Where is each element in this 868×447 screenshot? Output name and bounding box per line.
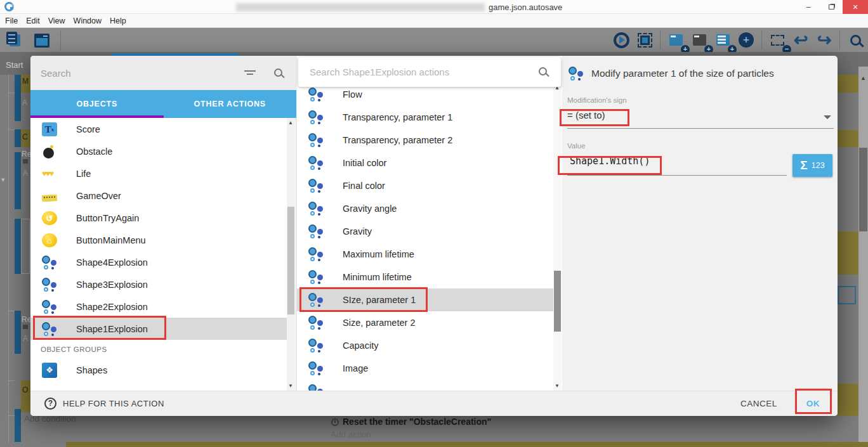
help-link[interactable]: HELP FOR THIS ACTION <box>63 399 164 408</box>
object-row-buttontryagain[interactable]: ↺ ButtonTryAgain <box>30 207 287 229</box>
tab-objects[interactable]: OBJECTS <box>30 90 164 118</box>
objects-list: Tx Score Obstacle ♥♥♥ Life GameOver ↺ <box>30 118 287 391</box>
action-label: Gravity <box>343 226 372 236</box>
add-action-link[interactable]: Add action <box>331 430 371 439</box>
object-row-buttonmainmenu[interactable]: ⌂ ButtonMainMenu <box>30 229 287 251</box>
undo-icon[interactable]: ↩ <box>791 30 811 50</box>
particle-icon <box>308 133 324 148</box>
toolbar-separator <box>761 30 762 49</box>
action-row-transparency-1[interactable]: Transparency, parameter 1 <box>297 106 553 129</box>
add-event-icon[interactable]: + <box>666 30 686 50</box>
event-comment-block <box>838 75 858 93</box>
scroll-down-icon[interactable]: ▼ <box>555 383 560 389</box>
action-label: Final color <box>343 181 385 191</box>
collapse-arrow-icon: ▾ <box>1 176 5 184</box>
event-text-fragment: M <box>22 77 29 86</box>
chevron-down-icon[interactable] <box>824 115 831 119</box>
tab-other-actions[interactable]: OTHER ACTIONS <box>164 90 297 118</box>
objects-search-input[interactable] <box>39 64 230 82</box>
restore-icon <box>829 4 834 10</box>
action-label: Transparency, parameter 2 <box>343 135 452 145</box>
action-row-transparency-2[interactable]: Transparency, parameter 2 <box>297 129 553 152</box>
project-manager-icon[interactable] <box>5 30 25 51</box>
scroll-down-icon[interactable]: ▼ <box>288 383 293 389</box>
particle-icon <box>308 338 324 353</box>
object-label: ButtonTryAgain <box>76 213 139 223</box>
particle-icon <box>308 292 324 308</box>
action-row-size-parameter-1[interactable]: SIze, parameter 1 <box>297 288 553 311</box>
help-icon[interactable]: ? <box>44 398 56 410</box>
editor-scrollbar[interactable] <box>858 67 868 447</box>
search-toolbar-icon[interactable] <box>845 30 865 50</box>
scroll-up-icon[interactable]: ▲ <box>860 75 866 81</box>
hearts-icon: ♥♥♥ <box>42 166 57 181</box>
cancel-button[interactable]: CANCEL <box>740 399 777 408</box>
event-comment-block <box>838 384 858 416</box>
add-sub-event-icon[interactable]: + <box>689 30 709 50</box>
objects-scrollbar[interactable]: ▲ ▼ <box>287 118 295 391</box>
action-row-initial-color[interactable]: Initial color <box>297 152 553 174</box>
filter-icon[interactable] <box>244 70 256 76</box>
delete-selection-icon[interactable]: − <box>767 30 787 50</box>
object-row-score[interactable]: Tx Score <box>30 118 287 140</box>
timer-icon <box>331 418 339 426</box>
redo-icon[interactable]: ↪ <box>814 30 834 50</box>
menu-edit[interactable]: Edit <box>26 16 40 25</box>
actions-list: Flow Transparency, parameter 1 Transpare… <box>297 56 553 391</box>
value-input[interactable] <box>569 155 778 167</box>
particle-icon <box>308 361 324 376</box>
group-row-shapes[interactable]: ❖ Shapes <box>30 359 287 381</box>
menu-file[interactable]: File <box>5 16 18 25</box>
particle-icon <box>308 315 324 330</box>
debugger-icon[interactable] <box>635 30 655 50</box>
play-icon[interactable] <box>611 30 631 50</box>
action-row-gravity-angle[interactable]: Gravity angle <box>297 197 553 220</box>
event-comment-bar <box>66 442 868 447</box>
scrollbar-thumb[interactable] <box>287 207 294 314</box>
actions-scrollbar[interactable]: ▲ ▼ <box>553 83 562 391</box>
object-row-obstacle[interactable]: Obstacle <box>30 140 287 162</box>
object-row-shape1explosion[interactable]: Shape1Explosion <box>30 318 287 340</box>
action-row-maximum-lifetime[interactable]: Maximum lifetime <box>297 243 553 266</box>
add-comment-icon[interactable]: + <box>713 30 733 50</box>
scrollbar-thumb[interactable] <box>554 271 561 332</box>
object-row-shape4explosion[interactable]: Shape4Explosion <box>30 251 287 273</box>
sign-dropdown[interactable]: = (set to) <box>567 110 605 120</box>
particle-icon <box>308 201 324 216</box>
object-label: Shape3Explosion <box>76 280 148 290</box>
action-label: Transparency, parameter 1 <box>343 112 452 122</box>
action-row-final-color[interactable]: Final color <box>297 174 553 197</box>
object-row-shape3explosion[interactable]: Shape3Explosion <box>30 273 287 295</box>
scene-editor-icon[interactable] <box>32 30 52 51</box>
maximize-button[interactable] <box>820 0 843 14</box>
action-row-capacity[interactable]: Capacity <box>297 334 553 357</box>
title-bar: game.json.autosave – ✕ <box>0 0 868 14</box>
actions-search-input[interactable] <box>308 63 524 80</box>
search-icon <box>274 68 282 77</box>
expression-builder-button[interactable]: Σ 123 <box>792 154 832 177</box>
minimize-button[interactable]: – <box>797 0 820 14</box>
close-button[interactable]: ✕ <box>843 0 868 14</box>
menu-help[interactable]: Help <box>110 16 126 25</box>
menu-view[interactable]: View <box>48 16 65 25</box>
scroll-up-icon[interactable]: ▲ <box>288 120 293 126</box>
editor-scrollbar-thumb[interactable] <box>859 148 867 231</box>
add-new-event-icon[interactable]: + <box>736 30 756 50</box>
object-row-shape2explosion[interactable]: Shape2Explosion <box>30 295 287 318</box>
action-row-image[interactable]: Image <box>297 357 553 380</box>
particle-icon <box>308 269 324 285</box>
objects-search-area <box>30 56 296 90</box>
object-row-life[interactable]: ♥♥♥ Life <box>30 162 287 185</box>
action-row-gravity[interactable]: Gravity <box>297 220 553 243</box>
object-groups-header: OBJECT GROUPS <box>30 340 287 359</box>
menu-window[interactable]: Window <box>74 16 102 25</box>
home-button-icon: ⌂ <box>42 233 57 247</box>
action-row-minimum-lifetime[interactable]: Minimum lifetime <box>297 266 553 288</box>
value-field-label: Value <box>567 142 586 150</box>
bomb-icon <box>42 144 57 159</box>
action-row-size-parameter-2[interactable]: Size, parameter 2 <box>297 311 553 334</box>
gdevelop-logo-icon <box>4 2 14 11</box>
object-row-gameover[interactable]: GameOver <box>30 185 287 207</box>
action-row-partial[interactable] <box>297 380 553 391</box>
ok-button[interactable]: OK <box>806 399 820 408</box>
